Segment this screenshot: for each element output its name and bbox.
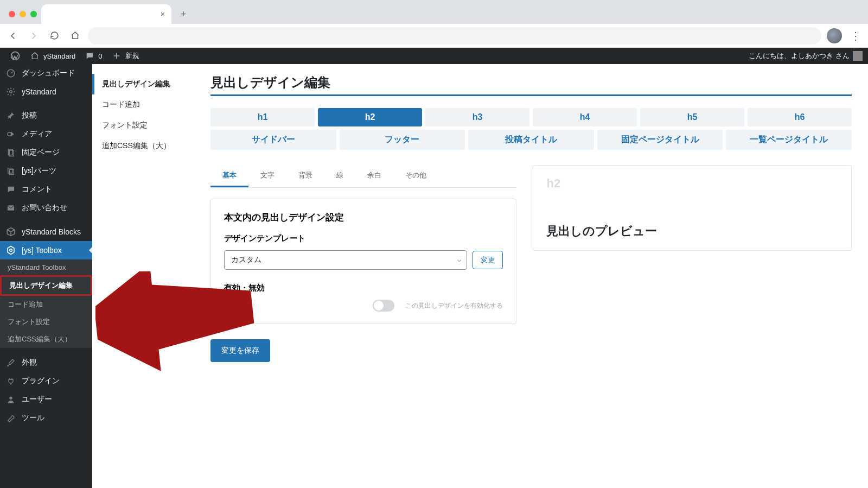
menu-label: コメント: [22, 185, 52, 194]
window-minimize-icon[interactable]: [20, 11, 26, 17]
heading-tab-h4[interactable]: h4: [533, 108, 637, 126]
reload-button[interactable]: [47, 28, 62, 43]
address-bar[interactable]: [88, 27, 821, 45]
menu-ystandard[interactable]: yStandard: [0, 83, 92, 101]
heading-tab-h3[interactable]: h3: [425, 108, 529, 126]
menu-tools[interactable]: ツール: [0, 409, 92, 427]
submenu-label: yStandard Toolbox: [8, 263, 66, 271]
menu-label: ユーザー: [22, 395, 52, 404]
main-content: 見出しデザイン編集 h1 h2 h3 h4 h5 h6 サイドバー フッター 投…: [194, 64, 868, 488]
edit-tab-text[interactable]: 文字: [248, 165, 286, 187]
area-tab-footer[interactable]: フッター: [340, 130, 465, 150]
cube-icon: [5, 227, 16, 237]
home-icon: [29, 52, 40, 60]
heading-tab-h2[interactable]: h2: [318, 108, 422, 126]
menu-media[interactable]: メディア: [0, 125, 92, 143]
window-close-icon[interactable]: [9, 11, 15, 17]
save-button[interactable]: 変更を保存: [210, 339, 270, 362]
tab-label: 文字: [260, 171, 275, 179]
submenu-css-edit[interactable]: 追加CSS編集（大）: [0, 331, 92, 348]
menu-posts[interactable]: 投稿: [0, 106, 92, 125]
enable-help-text: この見出しデザインを有効化する: [405, 301, 503, 310]
tab-label: 一覧ページタイトル: [750, 135, 828, 144]
browser-menu-icon[interactable]: ⋮: [847, 28, 863, 43]
menu-comments[interactable]: コメント: [0, 180, 92, 199]
menu-dashboard[interactable]: ダッシュボード: [0, 64, 92, 83]
template-change-button[interactable]: 変更: [473, 251, 503, 269]
menu-plugins[interactable]: プラグイン: [0, 372, 92, 390]
tab-label: 基本: [222, 171, 237, 179]
menu-contact[interactable]: お問い合わせ: [0, 199, 92, 217]
menu-label: お問い合わせ: [22, 203, 67, 213]
menu-ystandard-blocks[interactable]: yStandard Blocks: [0, 223, 92, 241]
menu-label: 投稿: [22, 111, 37, 121]
wp-logo[interactable]: [5, 48, 25, 64]
forward-button[interactable]: [26, 28, 41, 43]
profile-avatar[interactable]: [827, 28, 842, 43]
tab-close-icon[interactable]: ×: [161, 10, 165, 18]
submenu-font-settings[interactable]: フォント設定: [0, 313, 92, 331]
submenu-heading-design[interactable]: 見出しデザイン編集: [2, 277, 91, 294]
tab-label: 背景: [298, 171, 312, 179]
menu-label: [ys] Toolbox: [22, 246, 62, 255]
new-tab-button[interactable]: +: [176, 7, 191, 22]
plus-icon: [111, 52, 122, 60]
subnav-css-edit[interactable]: 追加CSS編集（大）: [92, 136, 194, 156]
enable-label: 有効化: [224, 301, 247, 310]
home-button[interactable]: [67, 28, 82, 43]
window-zoom-icon[interactable]: [30, 11, 37, 17]
tab-label: h4: [580, 112, 590, 122]
pin-icon: [5, 111, 16, 120]
card-title: 本文内の見出しデザイン設定: [224, 211, 503, 224]
menu-pages[interactable]: 固定ページ: [0, 143, 92, 162]
heading-tab-h5[interactable]: h5: [640, 108, 744, 126]
enable-field-label: 有効・無効: [224, 283, 503, 293]
copy-icon: [5, 167, 16, 175]
submenu-code-add[interactable]: コード追加: [0, 296, 92, 313]
brush-icon: [5, 358, 16, 367]
media-icon: [5, 130, 16, 138]
subnav-font-settings[interactable]: フォント設定: [92, 115, 194, 136]
settings-panel: 基本 文字 背景 線 余白 その他 本文内の見出しデザイン設定 デザインテンプレ…: [210, 165, 516, 362]
template-select[interactable]: カスタム: [224, 250, 467, 270]
tab-label: サイドバー: [252, 135, 295, 144]
heading-tab-h6[interactable]: h6: [748, 108, 852, 126]
greeting-text[interactable]: こんにちは、よしあかつき さん: [749, 51, 850, 61]
heading-tab-h1[interactable]: h1: [210, 108, 315, 126]
menu-label: yStandard Blocks: [22, 227, 81, 236]
edit-tab-other[interactable]: その他: [393, 165, 438, 187]
page-title: 見出しデザイン編集: [210, 74, 852, 96]
enable-toggle[interactable]: [373, 300, 394, 312]
menu-users[interactable]: ユーザー: [0, 390, 92, 409]
edit-tab-basic[interactable]: 基本: [210, 165, 248, 187]
comments-link[interactable]: 0: [80, 48, 106, 64]
comments-count: 0: [98, 52, 102, 60]
back-button[interactable]: [5, 28, 21, 43]
submenu-ystandard-toolbox[interactable]: yStandard Toolbox: [0, 259, 92, 275]
edit-tab-border[interactable]: 線: [324, 165, 355, 187]
tab-label: h5: [687, 112, 698, 122]
area-tab-archive-title[interactable]: 一覧ページタイトル: [726, 130, 852, 150]
menu-appearance[interactable]: 外観: [0, 353, 92, 372]
menu-label: メディア: [22, 129, 52, 139]
area-tab-page-title[interactable]: 固定ページタイトル: [597, 130, 723, 150]
menu-ys-toolbox[interactable]: [ys] Toolbox: [0, 241, 92, 259]
tab-label: h6: [795, 112, 805, 122]
svg-rect-7: [9, 169, 14, 174]
subnav-label: フォント設定: [102, 121, 148, 129]
tab-label: 余白: [367, 171, 381, 179]
hex-icon: [5, 245, 16, 255]
edit-tab-spacing[interactable]: 余白: [355, 165, 393, 187]
user-avatar-icon[interactable]: [853, 51, 863, 61]
area-tab-sidebar[interactable]: サイドバー: [210, 130, 336, 150]
menu-ys-parts[interactable]: [ys]パーツ: [0, 162, 92, 180]
submenu-label: コード追加: [8, 300, 43, 309]
browser-tab[interactable]: ×: [41, 4, 171, 24]
area-tab-post-title[interactable]: 投稿タイトル: [468, 130, 594, 150]
edit-tab-background[interactable]: 背景: [286, 165, 324, 187]
subnav-code-add[interactable]: コード追加: [92, 94, 194, 115]
new-content-link[interactable]: 新規: [107, 48, 144, 64]
user-icon: [5, 395, 16, 404]
site-link[interactable]: yStandard: [25, 48, 80, 64]
subnav-heading-design[interactable]: 見出しデザイン編集: [92, 74, 194, 94]
